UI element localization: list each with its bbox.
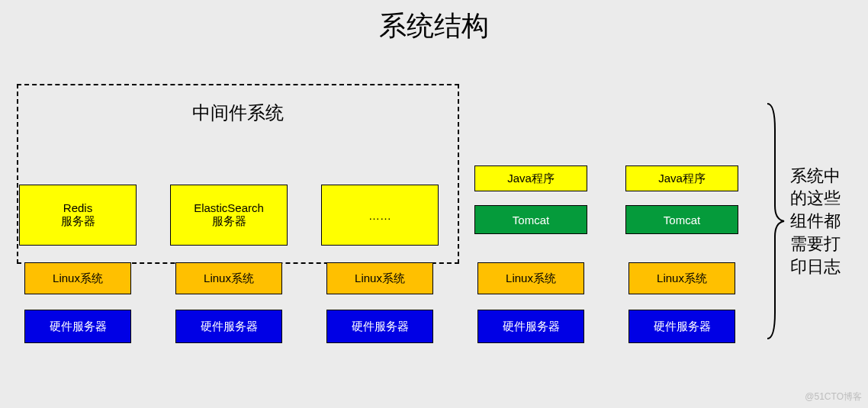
box-java-2: Java程序 — [625, 165, 738, 191]
col-4: Java程序 Tomcat Linux系统 硬件服务器 — [470, 84, 592, 343]
box-elasticsearch: ElasticSearch 服务器 — [170, 185, 288, 246]
box-linux-5: Linux系统 — [628, 262, 735, 294]
box-hardware-4: 硬件服务器 — [477, 310, 584, 343]
col-3: …… Linux系统 硬件服务器 — [319, 84, 441, 343]
col-1: Redis 服务器 Linux系统 硬件服务器 — [17, 84, 139, 343]
watermark: @51CTO博客 — [805, 390, 862, 403]
annotation-text: 系统中的这些组件都需要打印日志 — [790, 165, 844, 278]
annotation-group: 系统中的这些组件都需要打印日志 — [763, 99, 844, 343]
box-tomcat-2: Tomcat — [625, 205, 738, 234]
col-2: ElasticSearch 服务器 Linux系统 硬件服务器 — [168, 84, 290, 343]
box-linux-2: Linux系统 — [175, 262, 282, 294]
box-ellipsis: …… — [321, 185, 439, 246]
diagram-area: 中间件系统 Redis 服务器 Linux系统 硬件服务器 ElasticSea… — [17, 84, 772, 343]
curly-brace-icon — [763, 99, 786, 343]
col-5: Java程序 Tomcat Linux系统 硬件服务器 — [621, 84, 743, 343]
box-java-1: Java程序 — [474, 165, 587, 191]
box-hardware-3: 硬件服务器 — [326, 310, 433, 343]
box-tomcat-1: Tomcat — [474, 205, 587, 234]
box-linux-4: Linux系统 — [477, 262, 584, 294]
box-hardware-1: 硬件服务器 — [24, 310, 131, 343]
diagram-title: 系统结构 — [0, 0, 868, 45]
box-linux-1: Linux系统 — [24, 262, 131, 294]
box-linux-3: Linux系统 — [326, 262, 433, 294]
box-hardware-2: 硬件服务器 — [175, 310, 282, 343]
columns: Redis 服务器 Linux系统 硬件服务器 ElasticSearch 服务… — [17, 84, 772, 343]
box-redis: Redis 服务器 — [19, 185, 137, 246]
box-hardware-5: 硬件服务器 — [628, 310, 735, 343]
